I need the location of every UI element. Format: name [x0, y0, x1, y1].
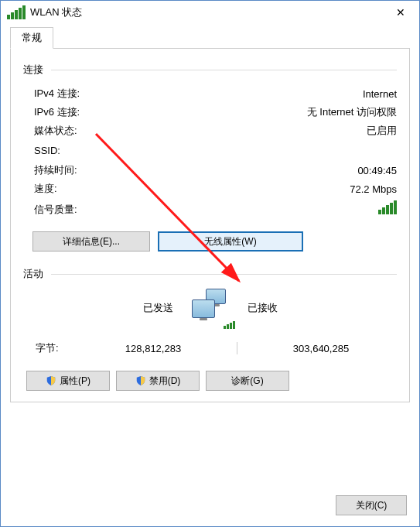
media-label: 媒体状态: — [34, 124, 77, 138]
wireless-button-label: 无线属性(W) — [204, 235, 256, 248]
sent-label: 已发送 — [80, 301, 173, 315]
wireless-properties-button[interactable]: 无线属性(W) — [158, 231, 303, 252]
row-speed: 速度: 72.2 Mbps — [23, 180, 397, 198]
signal-bars-icon — [378, 200, 397, 214]
properties-button[interactable]: 属性(P) — [26, 371, 110, 391]
received-label: 已接收 — [248, 301, 340, 315]
row-media: 媒体状态: 已启用 — [23, 121, 397, 140]
bytes-received-value: 303,640,285 — [247, 343, 395, 354]
window-close-button[interactable]: ✕ — [385, 2, 416, 23]
signal-value — [378, 200, 397, 217]
bytes-label: 字节: — [25, 341, 79, 355]
activity-direction-row: 已发送 已接收 — [23, 289, 397, 327]
network-activity-icon — [173, 289, 248, 327]
ipv6-value: 无 Internet 访问权限 — [307, 105, 397, 119]
divider — [237, 342, 237, 354]
divider — [51, 70, 397, 70]
close-button-label: 关闭(C) — [356, 499, 388, 512]
section-activity-header: 活动 — [23, 267, 397, 281]
signal-label: 信号质量: — [34, 203, 77, 217]
row-duration: 持续时间: 00:49:45 — [23, 161, 397, 180]
ipv6-label: IPv6 连接: — [34, 105, 80, 119]
close-button[interactable]: 关闭(C) — [336, 495, 407, 515]
row-ipv4: IPv4 连接: Internet — [23, 84, 397, 103]
window-title: WLAN 状态 — [30, 5, 385, 19]
titlebar: WLAN 状态 ✕ — [1, 1, 419, 24]
speed-label: 速度: — [34, 182, 57, 196]
duration-value: 00:49:45 — [357, 165, 397, 176]
section-connection-label: 连接 — [23, 63, 43, 77]
ssid-value — [312, 142, 397, 159]
ipv4-label: IPv4 连接: — [34, 87, 80, 101]
tab-panel-general: 连接 IPv4 连接: Internet IPv6 连接: 无 Internet… — [10, 48, 410, 402]
bytes-sent-value: 128,812,283 — [79, 343, 227, 354]
shield-icon — [135, 375, 146, 386]
close-icon: ✕ — [396, 6, 405, 19]
speed-value: 72.2 Mbps — [350, 183, 397, 195]
disable-button[interactable]: 禁用(D) — [116, 371, 200, 391]
details-button[interactable]: 详细信息(E)... — [32, 231, 150, 252]
wlan-status-window: WLAN 状态 ✕ 常规 连接 IPv4 连接: Internet IPv6 连… — [0, 0, 420, 527]
ipv4-value: Internet — [363, 88, 397, 100]
diagnose-button-label: 诊断(G) — [231, 375, 263, 388]
duration-label: 持续时间: — [34, 163, 77, 177]
row-ipv6: IPv6 连接: 无 Internet 访问权限 — [23, 103, 397, 121]
section-connection-header: 连接 — [23, 63, 397, 77]
shield-icon — [46, 375, 56, 386]
row-signal: 信号质量: — [23, 198, 397, 219]
disable-button-label: 禁用(D) — [149, 375, 181, 388]
row-ssid: SSID: — [23, 140, 397, 161]
diagnose-button[interactable]: 诊断(G) — [206, 371, 289, 391]
media-value: 已启用 — [367, 124, 397, 138]
divider — [51, 274, 397, 275]
tab-strip: 常规 — [10, 27, 410, 49]
ssid-label: SSID: — [34, 145, 60, 156]
tab-general-label: 常规 — [22, 32, 42, 43]
wifi-icon — [7, 5, 26, 19]
details-button-label: 详细信息(E)... — [63, 235, 120, 248]
bytes-row: 字节: 128,812,283 303,640,285 — [23, 341, 397, 355]
section-activity-label: 活动 — [23, 267, 43, 281]
properties-button-label: 属性(P) — [60, 375, 90, 388]
tab-general[interactable]: 常规 — [10, 27, 53, 49]
